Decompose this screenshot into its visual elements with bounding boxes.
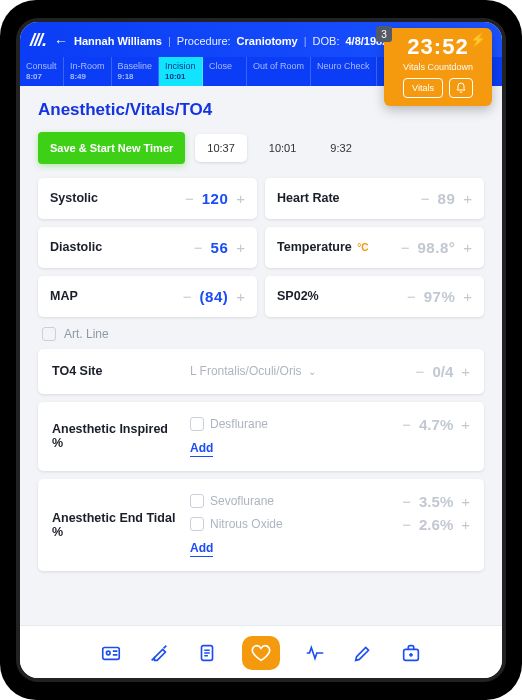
nav-clipboard-icon[interactable] xyxy=(194,640,220,666)
screen: 3 ⚡ 23:52 Vitals Countdown Vitals ///. ← xyxy=(20,22,502,678)
art-line-label: Art. Line xyxy=(64,327,109,341)
spo2-label: SP02% xyxy=(277,289,319,303)
inspired-plus[interactable]: + xyxy=(461,416,470,433)
bell-button[interactable] xyxy=(449,78,473,98)
systolic-card: Systolic − 120 + xyxy=(38,178,257,219)
inspired-agent: Desflurane xyxy=(210,417,268,431)
save-start-timer-button[interactable]: Save & Start New Timer xyxy=(38,132,185,164)
systolic-value: 120 xyxy=(202,190,229,207)
endtidal-checkbox-2[interactable] xyxy=(190,517,204,531)
countdown-badge: 3 xyxy=(376,26,392,42)
inspired-agent-row[interactable]: Desflurane xyxy=(190,417,268,431)
countdown-time: 23:52 xyxy=(394,34,482,60)
tab-in-room[interactable]: In-Room8:49 xyxy=(64,57,112,86)
bolt-icon: ⚡ xyxy=(470,32,486,47)
inspired-label: Anesthetic Inspired % xyxy=(52,422,180,450)
temperature-card: Temperature °C − 98.8° + xyxy=(265,227,484,268)
endtidal-label: Anesthetic End Tidal % xyxy=(52,511,180,539)
svg-point-1 xyxy=(106,651,110,655)
tablet-bezel: 3 ⚡ 23:52 Vitals Countdown Vitals ///. ← xyxy=(16,18,506,682)
endtidal-agent1-row[interactable]: Sevoflurane xyxy=(190,494,274,508)
temp-minus[interactable]: − xyxy=(401,239,410,256)
bell-icon xyxy=(455,82,467,94)
to4-card: TO4 Site L Frontalis/Oculi/Oris ⌄ − 0/4 … xyxy=(38,349,484,394)
endtidal-agent2: Nitrous Oxide xyxy=(210,517,283,531)
systolic-minus[interactable]: − xyxy=(185,190,194,207)
diastolic-minus[interactable]: − xyxy=(194,239,203,256)
svg-rect-0 xyxy=(103,648,120,660)
hr-minus[interactable]: − xyxy=(421,190,430,207)
app-logo: ///. xyxy=(30,30,46,51)
vitals-button[interactable]: Vitals xyxy=(403,78,443,98)
countdown-label: Vitals Countdown xyxy=(394,62,482,72)
map-minus[interactable]: − xyxy=(183,288,192,305)
systolic-label: Systolic xyxy=(50,191,98,205)
hr-label: Heart Rate xyxy=(277,191,340,205)
map-label: MAP xyxy=(50,289,78,303)
endtidal1-plus[interactable]: + xyxy=(461,493,470,510)
to4-label: TO4 Site xyxy=(52,364,180,378)
countdown-card: 3 ⚡ 23:52 Vitals Countdown Vitals xyxy=(384,28,492,106)
nav-medkit-icon[interactable] xyxy=(398,640,424,666)
tab-consult[interactable]: Consult8:07 xyxy=(20,57,64,86)
nav-waveform-icon[interactable] xyxy=(302,640,328,666)
spo2-card: SP02% − 97% + xyxy=(265,276,484,317)
to4-plus[interactable]: + xyxy=(461,363,470,380)
patient-info: Hannah Williams | Procedure: Craniotomy … xyxy=(74,35,388,47)
vitals-grid: Systolic − 120 + Heart Rate − 89 + xyxy=(38,178,484,317)
tab-incision[interactable]: Incision10:01 xyxy=(159,57,203,86)
endtidal-checkbox-1[interactable] xyxy=(190,494,204,508)
diastolic-plus[interactable]: + xyxy=(236,239,245,256)
art-line-checkbox[interactable] xyxy=(42,327,56,341)
inspired-add-button[interactable]: Add xyxy=(190,441,213,457)
anesthetic-endtidal-card: Anesthetic End Tidal % Sevoflurane − 3.5… xyxy=(38,479,484,571)
temp-value: 98.8° xyxy=(418,239,456,256)
nav-heart-icon[interactable] xyxy=(242,636,280,670)
time-chip-0[interactable]: 10:37 xyxy=(195,134,247,162)
spo2-minus[interactable]: − xyxy=(407,288,416,305)
hr-value: 89 xyxy=(438,190,456,207)
endtidal-agent2-row[interactable]: Nitrous Oxide xyxy=(190,517,283,531)
endtidal-value1: 3.5% xyxy=(419,493,453,510)
nav-id-card-icon[interactable] xyxy=(98,640,124,666)
back-arrow-icon[interactable]: ← xyxy=(54,33,68,49)
bottom-nav xyxy=(20,625,502,678)
endtidal2-plus[interactable]: + xyxy=(461,516,470,533)
temp-label: Temperature °C xyxy=(277,240,369,254)
endtidal2-minus[interactable]: − xyxy=(402,516,411,533)
temp-plus[interactable]: + xyxy=(463,239,472,256)
tablet-frame: 3 ⚡ 23:52 Vitals Countdown Vitals ///. ← xyxy=(0,0,522,700)
time-chip-2[interactable]: 9:32 xyxy=(318,134,363,162)
nav-syringe-icon[interactable] xyxy=(146,640,172,666)
patient-name: Hannah Williams xyxy=(74,35,162,47)
nav-pen-icon[interactable] xyxy=(350,640,376,666)
endtidal1-minus[interactable]: − xyxy=(402,493,411,510)
inspired-checkbox[interactable] xyxy=(190,417,204,431)
to4-site-select[interactable]: L Frontalis/Oculi/Oris ⌄ xyxy=(190,364,406,378)
diastolic-value: 56 xyxy=(211,239,229,256)
endtidal-add-button[interactable]: Add xyxy=(190,541,213,557)
endtidal-value2: 2.6% xyxy=(419,516,453,533)
endtidal-agent1: Sevoflurane xyxy=(210,494,274,508)
temp-unit[interactable]: °C xyxy=(357,242,368,253)
time-chip-1[interactable]: 10:01 xyxy=(257,134,309,162)
inspired-minus[interactable]: − xyxy=(402,416,411,433)
anesthetic-inspired-card: Anesthetic Inspired % Desflurane − 4.7% … xyxy=(38,402,484,471)
heart-rate-card: Heart Rate − 89 + xyxy=(265,178,484,219)
tab-close[interactable]: Close xyxy=(203,57,247,86)
chevron-down-icon: ⌄ xyxy=(308,366,316,377)
art-line-row[interactable]: Art. Line xyxy=(38,317,484,349)
spo2-value: 97% xyxy=(424,288,456,305)
diastolic-label: Diastolic xyxy=(50,240,102,254)
systolic-plus[interactable]: + xyxy=(236,190,245,207)
tab-neuro-check[interactable]: Neuro Check xyxy=(311,57,377,86)
hr-plus[interactable]: + xyxy=(463,190,472,207)
inspired-value: 4.7% xyxy=(419,416,453,433)
action-row: Save & Start New Timer 10:37 10:01 9:32 xyxy=(38,132,484,164)
to4-minus[interactable]: − xyxy=(416,363,425,380)
tab-out-of-room[interactable]: Out of Room xyxy=(247,57,311,86)
diastolic-card: Diastolic − 56 + xyxy=(38,227,257,268)
tab-baseline[interactable]: Baseline9:18 xyxy=(112,57,160,86)
spo2-plus[interactable]: + xyxy=(463,288,472,305)
map-plus[interactable]: + xyxy=(236,288,245,305)
